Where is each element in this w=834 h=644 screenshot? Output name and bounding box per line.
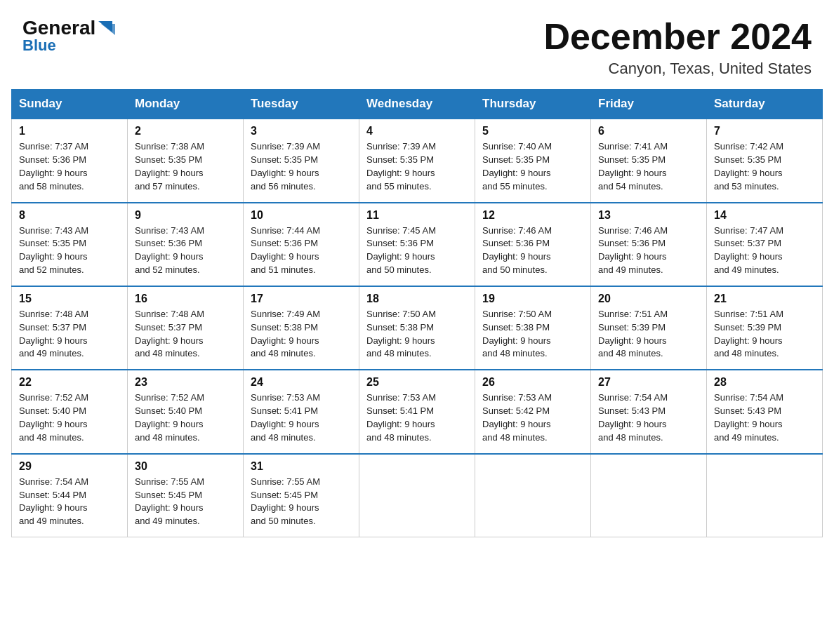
calendar-cell: 6 Sunrise: 7:41 AM Sunset: 5:35 PM Dayli… (591, 119, 707, 202)
calendar-body: 1 Sunrise: 7:37 AM Sunset: 5:36 PM Dayli… (12, 119, 823, 537)
day-number: 26 (482, 376, 583, 389)
day-number: 19 (482, 293, 583, 305)
calendar-subtitle: Canyon, Texas, United States (543, 60, 812, 78)
day-number: 25 (366, 376, 468, 389)
calendar-cell: 26 Sunrise: 7:53 AM Sunset: 5:42 PM Dayl… (475, 370, 591, 453)
calendar-cell: 27 Sunrise: 7:54 AM Sunset: 5:43 PM Dayl… (591, 370, 707, 453)
day-info: Sunrise: 7:43 AM Sunset: 5:35 PM Dayligh… (19, 224, 120, 277)
calendar-wrapper: Sunday Monday Tuesday Wednesday Thursday… (0, 89, 834, 549)
calendar-cell: 22 Sunrise: 7:52 AM Sunset: 5:40 PM Dayl… (12, 370, 128, 453)
logo-blue-text: Blue (22, 36, 56, 55)
calendar-cell: 13 Sunrise: 7:46 AM Sunset: 5:36 PM Dayl… (591, 203, 707, 286)
col-tuesday: Tuesday (244, 90, 359, 119)
day-number: 12 (482, 209, 583, 222)
calendar-cell (591, 454, 707, 537)
day-number: 27 (598, 376, 699, 389)
day-info: Sunrise: 7:41 AM Sunset: 5:35 PM Dayligh… (598, 140, 699, 193)
day-info: Sunrise: 7:52 AM Sunset: 5:40 PM Dayligh… (135, 391, 236, 444)
logo-arrow-icon (97, 18, 117, 38)
calendar-header: Sunday Monday Tuesday Wednesday Thursday… (12, 90, 823, 119)
day-number: 18 (366, 293, 468, 305)
calendar-cell (475, 454, 591, 537)
calendar-cell: 24 Sunrise: 7:53 AM Sunset: 5:41 PM Dayl… (244, 370, 359, 453)
col-sunday: Sunday (12, 90, 128, 119)
calendar-cell: 11 Sunrise: 7:45 AM Sunset: 5:36 PM Dayl… (359, 203, 475, 286)
calendar-cell: 15 Sunrise: 7:48 AM Sunset: 5:37 PM Dayl… (12, 286, 128, 370)
day-info: Sunrise: 7:38 AM Sunset: 5:35 PM Dayligh… (135, 140, 236, 193)
day-info: Sunrise: 7:37 AM Sunset: 5:36 PM Dayligh… (19, 140, 120, 193)
calendar-cell: 3 Sunrise: 7:39 AM Sunset: 5:35 PM Dayli… (244, 119, 359, 202)
calendar-cell: 20 Sunrise: 7:51 AM Sunset: 5:39 PM Dayl… (591, 286, 707, 370)
day-info: Sunrise: 7:51 AM Sunset: 5:39 PM Dayligh… (714, 308, 815, 361)
day-number: 11 (366, 209, 468, 222)
col-saturday: Saturday (707, 90, 823, 119)
calendar-cell: 7 Sunrise: 7:42 AM Sunset: 5:35 PM Dayli… (707, 119, 823, 202)
day-info: Sunrise: 7:45 AM Sunset: 5:36 PM Dayligh… (366, 224, 468, 277)
day-number: 24 (251, 376, 352, 389)
day-info: Sunrise: 7:44 AM Sunset: 5:36 PM Dayligh… (251, 224, 352, 277)
day-number: 9 (135, 209, 236, 222)
calendar-week-3: 15 Sunrise: 7:48 AM Sunset: 5:37 PM Dayl… (12, 286, 823, 370)
calendar-cell: 25 Sunrise: 7:53 AM Sunset: 5:41 PM Dayl… (359, 370, 475, 453)
day-number: 3 (251, 125, 352, 137)
day-number: 30 (135, 460, 236, 473)
day-info: Sunrise: 7:48 AM Sunset: 5:37 PM Dayligh… (19, 308, 120, 361)
day-number: 14 (714, 209, 815, 222)
day-info: Sunrise: 7:54 AM Sunset: 5:43 PM Dayligh… (714, 391, 815, 444)
calendar-cell: 16 Sunrise: 7:48 AM Sunset: 5:37 PM Dayl… (128, 286, 244, 370)
day-number: 7 (714, 125, 815, 137)
day-number: 29 (19, 460, 120, 473)
day-info: Sunrise: 7:48 AM Sunset: 5:37 PM Dayligh… (135, 308, 236, 361)
day-info: Sunrise: 7:55 AM Sunset: 5:45 PM Dayligh… (251, 476, 352, 528)
logo: General Blue (22, 17, 117, 55)
calendar-cell: 29 Sunrise: 7:54 AM Sunset: 5:44 PM Dayl… (12, 454, 128, 537)
calendar-cell: 12 Sunrise: 7:46 AM Sunset: 5:36 PM Dayl… (475, 203, 591, 286)
calendar-week-2: 8 Sunrise: 7:43 AM Sunset: 5:35 PM Dayli… (12, 203, 823, 286)
title-block: December 2024 Canyon, Texas, United Stat… (543, 17, 812, 78)
day-number: 6 (598, 125, 699, 137)
calendar-cell: 21 Sunrise: 7:51 AM Sunset: 5:39 PM Dayl… (707, 286, 823, 370)
day-info: Sunrise: 7:52 AM Sunset: 5:40 PM Dayligh… (19, 391, 120, 444)
page-header: General Blue December 2024 Canyon, Texas… (0, 0, 834, 89)
day-info: Sunrise: 7:54 AM Sunset: 5:43 PM Dayligh… (598, 391, 699, 444)
day-info: Sunrise: 7:54 AM Sunset: 5:44 PM Dayligh… (19, 476, 120, 528)
calendar-cell: 5 Sunrise: 7:40 AM Sunset: 5:35 PM Dayli… (475, 119, 591, 202)
day-number: 23 (135, 376, 236, 389)
calendar-week-5: 29 Sunrise: 7:54 AM Sunset: 5:44 PM Dayl… (12, 454, 823, 537)
day-number: 28 (714, 376, 815, 389)
day-number: 5 (482, 125, 583, 137)
calendar-cell: 14 Sunrise: 7:47 AM Sunset: 5:37 PM Dayl… (707, 203, 823, 286)
calendar-cell: 30 Sunrise: 7:55 AM Sunset: 5:45 PM Dayl… (128, 454, 244, 537)
day-info: Sunrise: 7:39 AM Sunset: 5:35 PM Dayligh… (366, 140, 468, 193)
day-number: 17 (251, 293, 352, 305)
day-number: 2 (135, 125, 236, 137)
day-info: Sunrise: 7:50 AM Sunset: 5:38 PM Dayligh… (366, 308, 468, 361)
day-info: Sunrise: 7:40 AM Sunset: 5:35 PM Dayligh… (482, 140, 583, 193)
day-number: 15 (19, 293, 120, 305)
calendar-title: December 2024 (543, 17, 812, 57)
calendar-week-1: 1 Sunrise: 7:37 AM Sunset: 5:36 PM Dayli… (12, 119, 823, 202)
day-info: Sunrise: 7:47 AM Sunset: 5:37 PM Dayligh… (714, 224, 815, 277)
header-row: Sunday Monday Tuesday Wednesday Thursday… (12, 90, 823, 119)
col-thursday: Thursday (475, 90, 591, 119)
col-friday: Friday (591, 90, 707, 119)
day-info: Sunrise: 7:49 AM Sunset: 5:38 PM Dayligh… (251, 308, 352, 361)
col-monday: Monday (128, 90, 244, 119)
day-number: 8 (19, 209, 120, 222)
calendar-cell: 23 Sunrise: 7:52 AM Sunset: 5:40 PM Dayl… (128, 370, 244, 453)
day-number: 20 (598, 293, 699, 305)
calendar-cell: 4 Sunrise: 7:39 AM Sunset: 5:35 PM Dayli… (359, 119, 475, 202)
calendar-cell (359, 454, 475, 537)
day-info: Sunrise: 7:42 AM Sunset: 5:35 PM Dayligh… (714, 140, 815, 193)
col-wednesday: Wednesday (359, 90, 475, 119)
day-info: Sunrise: 7:46 AM Sunset: 5:36 PM Dayligh… (482, 224, 583, 277)
day-info: Sunrise: 7:39 AM Sunset: 5:35 PM Dayligh… (251, 140, 352, 193)
calendar-table: Sunday Monday Tuesday Wednesday Thursday… (11, 89, 823, 537)
calendar-cell: 8 Sunrise: 7:43 AM Sunset: 5:35 PM Dayli… (12, 203, 128, 286)
day-info: Sunrise: 7:46 AM Sunset: 5:36 PM Dayligh… (598, 224, 699, 277)
day-info: Sunrise: 7:50 AM Sunset: 5:38 PM Dayligh… (482, 308, 583, 361)
day-number: 10 (251, 209, 352, 222)
day-number: 16 (135, 293, 236, 305)
day-info: Sunrise: 7:55 AM Sunset: 5:45 PM Dayligh… (135, 476, 236, 528)
day-number: 4 (366, 125, 468, 137)
